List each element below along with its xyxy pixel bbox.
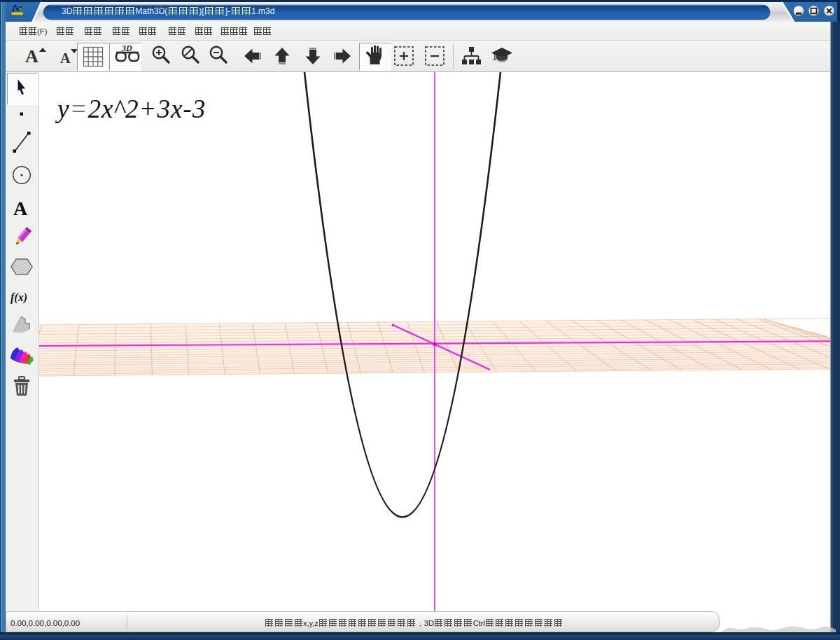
svg-text:A: A	[25, 46, 38, 66]
svg-text:A: A	[13, 198, 28, 216]
svg-text:A: A	[60, 50, 71, 66]
svg-text:f(x): f(x)	[10, 291, 27, 304]
